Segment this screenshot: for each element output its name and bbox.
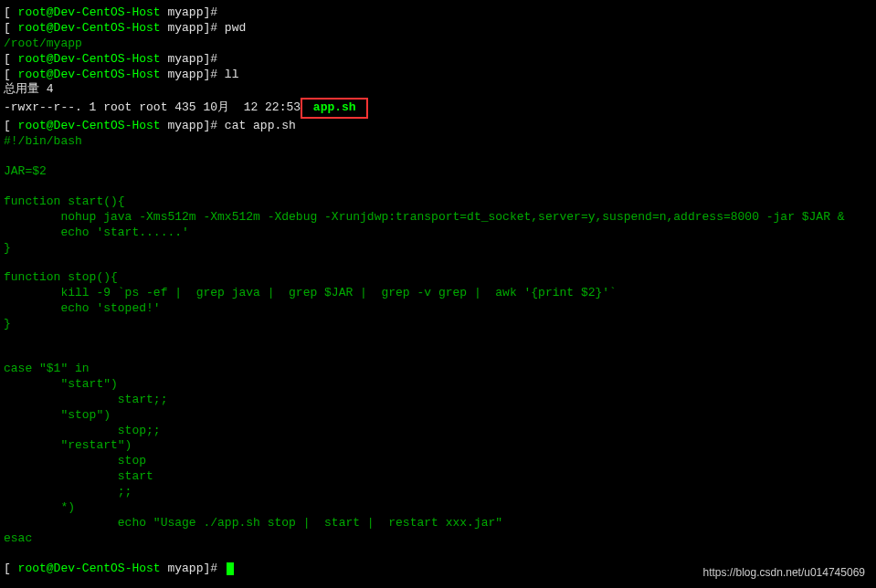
ll-total: 总用量 4	[4, 82, 872, 98]
prompt-line: [ root@Dev-CentOS-Host myapp]# pwd	[4, 21, 872, 37]
script-line: case "$1" in	[4, 362, 872, 377]
script-line: "start")	[4, 377, 872, 393]
script-line: kill -9 `ps -ef | grep java | grep $JAR …	[4, 286, 872, 301]
watermark-text: https://blog.csdn.net/u014745069	[703, 566, 865, 581]
script-line: *)	[4, 500, 872, 516]
prompt-line: [ root@Dev-CentOS-Host myapp]# ll	[4, 68, 872, 83]
script-line: "stop")	[4, 408, 872, 424]
prompt-line: [ root@Dev-CentOS-Host myapp]#	[4, 52, 872, 68]
script-line: nohup java -Xms512m -Xmx512m -Xdebug -Xr…	[4, 210, 872, 226]
highlighted-file: app.sh	[301, 98, 368, 119]
script-line: stop;;	[4, 424, 872, 439]
script-line: stop	[4, 454, 872, 469]
cursor-icon	[227, 562, 234, 575]
script-line: function stop(){	[4, 270, 872, 286]
script-line: ;;	[4, 485, 872, 500]
prompt-line: [ root@Dev-CentOS-Host myapp]# cat app.s…	[4, 119, 872, 134]
script-line: function start(){	[4, 194, 872, 210]
script-line: echo 'start......'	[4, 226, 872, 241]
script-line: esac	[4, 531, 872, 547]
script-line: echo 'stoped!'	[4, 301, 872, 317]
script-line: echo "Usage ./app.sh stop | start | rest…	[4, 516, 872, 531]
script-line: JAR=$2	[4, 164, 872, 180]
script-line: start;;	[4, 393, 872, 408]
script-line: #!/bin/bash	[4, 134, 872, 150]
script-line: }	[4, 241, 872, 257]
script-line: "restart")	[4, 438, 872, 454]
script-line: }	[4, 317, 872, 332]
pwd-output: /root/myapp	[4, 37, 872, 52]
script-line: start	[4, 469, 872, 485]
terminal-output: [ root@Dev-CentOS-Host myapp]# [ root@De…	[4, 5, 872, 577]
ll-row: -rwxr--r--. 1 root root 435 10月 12 22:53…	[4, 98, 872, 119]
prompt-line: [ root@Dev-CentOS-Host myapp]#	[4, 5, 872, 21]
